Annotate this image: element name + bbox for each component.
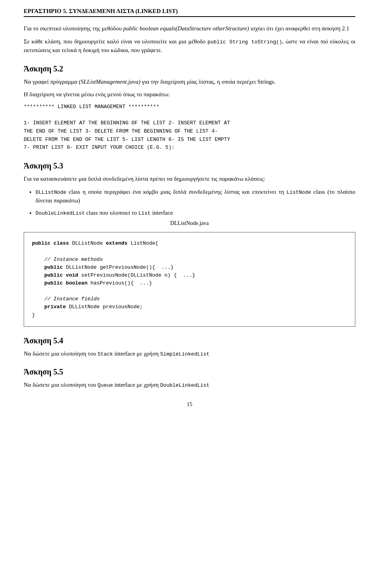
code-caption: DLListNode.java <box>24 220 355 227</box>
exercise52-para2: Η διαχείριση να γίνεται μέσω ενός μενού … <box>24 90 355 99</box>
bullet-item-2: DoubleLinkedList class που υλοποιεί το L… <box>36 208 355 217</box>
exercise53-heading: Άσκηση 5.3 <box>24 161 355 170</box>
bullet-item-1: DLListNode class η οποία περιγράφει ένα … <box>36 187 355 205</box>
exercise52-para1: Να γραφεί πρόγραμμα (SLListManagement.ja… <box>24 77 355 86</box>
exercise53-para: Για να κατασκευάσετε μια διπλά συνδεδεμέ… <box>24 174 355 184</box>
page-number: 15 <box>24 401 355 408</box>
exercise53-bullets: DLListNode class η οποία περιγράφει ένα … <box>36 187 355 217</box>
page-header: ΕΡΓΑΣΤΗΡΙΟ 5. ΣΥΝΔΕΔΕΜΕΝΗ ΛΙΣΤΑ (LINKED … <box>24 8 355 17</box>
intro-para: Για το σκεπτικό υλοποίησης της μεθόδου p… <box>24 24 355 33</box>
exercise54-para: Να δώσετε μια υλοποίηση του Stack interf… <box>24 349 355 358</box>
exercise52-heading: Άσκηση 5.2 <box>24 64 355 73</box>
exercise54-heading: Άσκηση 5.4 <box>24 336 355 345</box>
code-block: public class DLListNode extends ListNode… <box>24 232 355 326</box>
exercise55-para: Να δώσετε μια υλοποίηση του Queue interf… <box>24 380 355 390</box>
exercise55-heading: Άσκηση 5.5 <box>24 367 355 376</box>
para2: Σε κάθε κλάση, που δημιουργείτε καλό είν… <box>24 37 355 55</box>
menu-block: ********** LINKED LIST MANAGEMENT ******… <box>24 103 355 152</box>
